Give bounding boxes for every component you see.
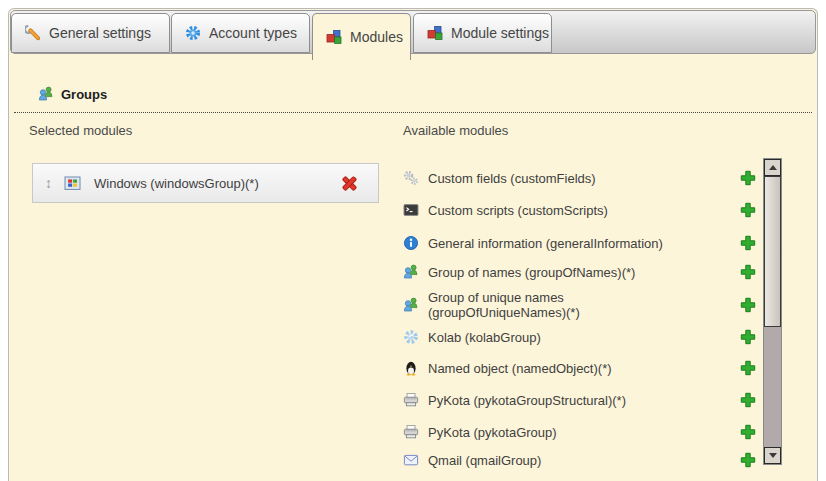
tab-module-settings[interactable]: Module settings [413,13,552,53]
available-module-row: Custom fields (customFields) [403,163,756,193]
tab-general-settings[interactable]: General settings [11,13,170,53]
module-label: General information (generalInformation) [428,236,740,251]
tab-account-types[interactable]: Account types [171,13,310,53]
tab-modules[interactable]: Modules [312,13,411,60]
groups-icon [38,86,54,102]
delete-x-icon [341,175,358,192]
available-module-row: Group of unique names (groupOfUniqueName… [403,283,756,327]
add-module-button[interactable] [740,360,756,376]
available-module-row: Custom scripts (customScripts) [403,195,756,225]
add-module-button[interactable] [740,264,756,280]
blocks-icon [427,25,443,41]
plus-icon [740,329,756,345]
tab-strip: General settings Account types Modules [10,10,816,54]
plus-icon [740,235,756,251]
module-label: PyKota (pykotaGroup) [428,425,740,440]
blocks-icon [326,29,342,45]
terminal-icon [403,202,419,218]
windows-icon [64,175,81,191]
plus-icon [740,424,756,440]
mail-icon [403,452,419,468]
available-module-row: PyKota (pykotaGroupStructural)(*) [403,385,756,415]
module-label: Named object (namedObject)(*) [428,361,740,376]
module-label: Custom fields (customFields) [428,171,740,186]
printer-icon [403,424,419,440]
sort-handle[interactable]: ↕ [45,175,52,191]
plus-icon [740,170,756,186]
section-title: Groups [61,87,107,102]
selected-module-row: ↕ Windows (windowsGroup)(*) [32,163,379,203]
add-module-button[interactable] [740,452,756,468]
scrollbar[interactable] [763,158,782,465]
module-label: Qmail (qmailGroup) [428,453,740,468]
remove-module-button[interactable] [341,175,358,192]
module-label: Kolab (kolabGroup) [428,330,740,345]
add-module-button[interactable] [740,170,756,186]
up-arrow-icon [769,165,777,170]
available-modules-heading: Available modules [403,123,508,138]
available-module-row: Named object (namedObject)(*) [403,353,756,383]
wrench-icon [25,25,41,41]
tab-label: Module settings [451,25,549,41]
printer-icon [403,392,419,408]
scrollbar-up-button[interactable] [764,159,781,176]
tux-icon [403,360,419,376]
kolab-icon [403,329,419,345]
scrollbar-thumb[interactable] [764,176,781,327]
plus-icon [740,297,756,313]
plus-icon [740,392,756,408]
gears-gray-icon [403,170,419,186]
groups-icon [403,264,419,280]
module-label: Group of unique names (groupOfUniqueName… [428,290,606,320]
available-module-row: Qmail (qmailGroup) [403,445,756,475]
config-page: General settings Account types Modules [0,0,826,481]
info-icon [403,235,419,251]
add-module-button[interactable] [740,392,756,408]
plus-icon [740,360,756,376]
module-label: Custom scripts (customScripts) [428,203,740,218]
available-module-row: Kolab (kolabGroup) [403,322,756,352]
down-arrow-icon [769,453,777,458]
selected-module-label: Windows (windowsGroup)(*) [94,176,341,191]
add-module-button[interactable] [740,235,756,251]
section-header: Groups [14,85,812,113]
selected-modules-heading: Selected modules [29,123,132,138]
tab-label: Modules [350,29,403,45]
add-module-button[interactable] [740,202,756,218]
available-module-row: General information (generalInformation) [403,228,756,258]
available-module-row: PyKota (pykotaGroup) [403,417,756,447]
add-module-button[interactable] [740,329,756,345]
tab-label: General settings [49,25,151,41]
module-label: Group of names (groupOfNames)(*) [428,265,740,280]
settings-panel: General settings Account types Modules [8,8,818,481]
module-label: PyKota (pykotaGroupStructural)(*) [428,393,740,408]
add-module-button[interactable] [740,297,756,313]
plus-icon [740,264,756,280]
scrollbar-down-button[interactable] [764,447,781,464]
add-module-button[interactable] [740,424,756,440]
groups-icon [403,297,419,313]
plus-icon [740,452,756,468]
plus-icon [740,202,756,218]
gear-icon [185,25,201,41]
tab-label: Account types [209,25,297,41]
